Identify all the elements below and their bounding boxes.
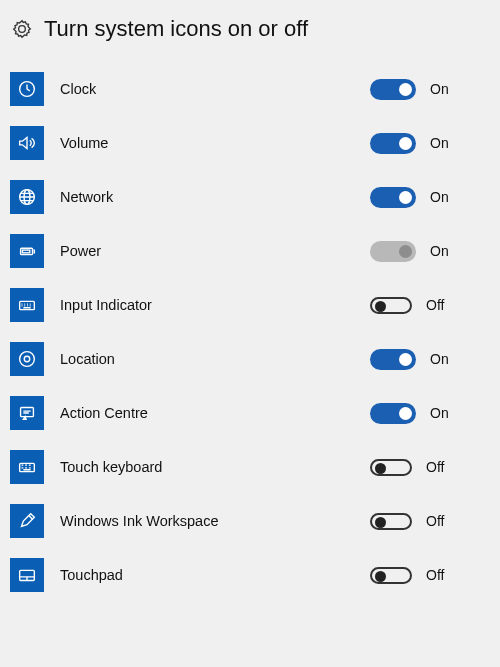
touchpad-icon [10, 558, 44, 592]
clock-icon [10, 72, 44, 106]
settings-row: VolumeOn [10, 116, 482, 170]
row-label: Clock [44, 81, 370, 97]
gear-icon [12, 19, 32, 39]
toggle-group: Off [370, 459, 482, 476]
toggle-state-label: Off [426, 513, 444, 529]
settings-row: NetworkOn [10, 170, 482, 224]
toggle-switch [370, 241, 416, 262]
network-icon [10, 180, 44, 214]
toggle-group: On [370, 349, 482, 370]
toggle-knob [399, 137, 412, 150]
settings-row: Touch keyboardOff [10, 440, 482, 494]
toggle-knob [399, 353, 412, 366]
system-icons-settings-page: Turn system icons on or off ClockOnVolum… [0, 0, 500, 610]
settings-row: TouchpadOff [10, 548, 482, 602]
toggle-state-label: On [430, 135, 449, 151]
toggle-group: Off [370, 567, 482, 584]
toggle-switch[interactable] [370, 403, 416, 424]
toggle-switch[interactable] [370, 79, 416, 100]
settings-list: ClockOnVolumeOnNetworkOnPowerOnInput Ind… [10, 62, 482, 602]
row-label: Network [44, 189, 370, 205]
toggle-knob [375, 517, 386, 528]
toggle-group: On [370, 187, 482, 208]
toggle-knob [375, 571, 386, 582]
row-label: Input Indicator [44, 297, 370, 313]
toggle-group: Off [370, 513, 482, 530]
page-title: Turn system icons on or off [44, 16, 308, 42]
toggle-state-label: On [430, 405, 449, 421]
toggle-state-label: Off [426, 297, 444, 313]
toggle-knob [399, 245, 412, 258]
toggle-knob [375, 463, 386, 474]
toggle-group: Off [370, 297, 482, 314]
toggle-knob [399, 407, 412, 420]
toggle-state-label: Off [426, 567, 444, 583]
settings-row: ClockOn [10, 62, 482, 116]
toggle-group: On [370, 241, 482, 262]
row-label: Windows Ink Workspace [44, 513, 370, 529]
toggle-knob [375, 301, 386, 312]
toggle-switch[interactable] [370, 567, 412, 584]
toggle-switch[interactable] [370, 187, 416, 208]
toggle-knob [399, 191, 412, 204]
row-label: Power [44, 243, 370, 259]
settings-row: Input IndicatorOff [10, 278, 482, 332]
volume-icon [10, 126, 44, 160]
toggle-switch[interactable] [370, 459, 412, 476]
touch-keyboard-icon [10, 450, 44, 484]
toggle-switch[interactable] [370, 297, 412, 314]
row-label: Volume [44, 135, 370, 151]
settings-row: PowerOn [10, 224, 482, 278]
power-icon [10, 234, 44, 268]
toggle-switch[interactable] [370, 349, 416, 370]
settings-row: LocationOn [10, 332, 482, 386]
pen-icon [10, 504, 44, 538]
toggle-knob [399, 83, 412, 96]
location-icon [10, 342, 44, 376]
toggle-state-label: On [430, 351, 449, 367]
toggle-switch[interactable] [370, 513, 412, 530]
action-centre-icon [10, 396, 44, 430]
toggle-group: On [370, 79, 482, 100]
toggle-switch[interactable] [370, 133, 416, 154]
keyboard-icon [10, 288, 44, 322]
toggle-group: On [370, 133, 482, 154]
settings-row: Windows Ink WorkspaceOff [10, 494, 482, 548]
row-label: Touch keyboard [44, 459, 370, 475]
page-header: Turn system icons on or off [10, 8, 482, 62]
toggle-state-label: On [430, 189, 449, 205]
row-label: Location [44, 351, 370, 367]
row-label: Touchpad [44, 567, 370, 583]
toggle-state-label: On [430, 81, 449, 97]
toggle-group: On [370, 403, 482, 424]
row-label: Action Centre [44, 405, 370, 421]
settings-row: Action CentreOn [10, 386, 482, 440]
toggle-state-label: Off [426, 459, 444, 475]
toggle-state-label: On [430, 243, 449, 259]
